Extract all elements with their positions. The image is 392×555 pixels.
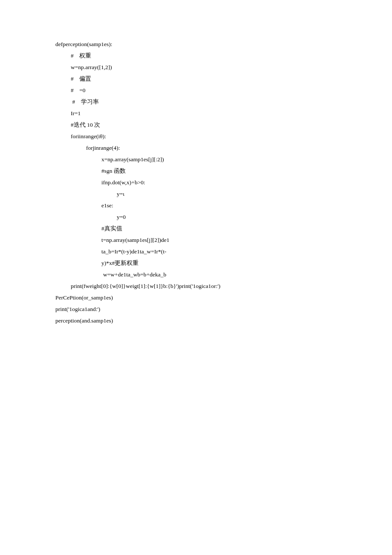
code-line: Ir=1 — [55, 108, 337, 119]
code-line: w=np.array([1,2]) — [55, 61, 337, 73]
code-line: print('1ogica1and:') — [55, 303, 337, 315]
code-line: t=np.array(samp1es[j][2])de1 — [55, 234, 337, 246]
code-line: y=0 — [55, 211, 337, 223]
code-line: x=np.array(samp1es[j][:2]) — [55, 154, 337, 165]
code-line: #迭代 10 次 — [55, 119, 337, 131]
code-line: w=w+de1ta_wb=b+deka_b — [55, 269, 337, 280]
code-line: print(fweight[0]:{w[0]}weigt[1]:{w[1]}b:… — [55, 280, 337, 292]
code-line: # 权重 — [55, 50, 337, 61]
code-line: foriinrange(iθ): — [55, 131, 337, 142]
code-line: y=ι — [55, 188, 337, 200]
code-line: e1se: — [55, 200, 337, 211]
code-line: # 学习率 — [55, 96, 337, 108]
code-line: forjinrange(4): — [55, 142, 337, 154]
code-line: defperception(samp1es): — [55, 38, 337, 50]
code-line: # 偏置 — [55, 73, 337, 84]
code-line: #真实值 — [55, 223, 337, 234]
code-block: defperception(samp1es): # 权重 w=np.array(… — [55, 38, 337, 326]
document-page: defperception(samp1es): # 权重 w=np.array(… — [0, 0, 392, 555]
code-line: #sgn 函数 — [55, 165, 337, 177]
code-line: ta_b=Ir*(t-y)de1ta_w=Ir*(t- — [55, 246, 337, 257]
code-line: PerCePtion(or_samp1es) — [55, 292, 337, 303]
code-line: perception(and.samp1es) — [55, 315, 337, 326]
code-line: # =0 — [55, 84, 337, 96]
code-line: y)*x#更新权重 — [55, 257, 337, 269]
code-line: ifnp.dot(w,x)+b>0: — [55, 177, 337, 188]
